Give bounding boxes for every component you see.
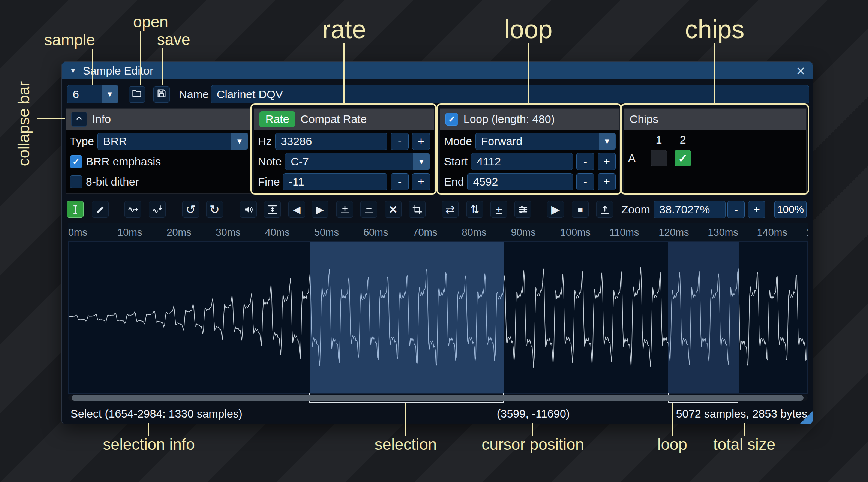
reverse-button[interactable]: ⇄: [442, 201, 459, 218]
type-value: BRR: [103, 135, 127, 148]
scrollbar-thumb[interactable]: [72, 395, 804, 401]
ruler-label: 30ms: [216, 227, 241, 238]
apply-filter-button[interactable]: [514, 201, 531, 218]
hz-minus-button[interactable]: -: [391, 133, 409, 150]
zoom-in-button[interactable]: +: [748, 201, 765, 218]
sample-name-value: Clarinet DQV: [217, 88, 283, 101]
loop-start-input[interactable]: 4112: [471, 153, 573, 170]
annotation-sample: sample: [44, 31, 95, 49]
zoom-input[interactable]: 38.7027%: [654, 201, 726, 218]
dither-checkbox[interactable]: ✓: [70, 175, 82, 188]
resample-button[interactable]: [149, 201, 166, 218]
annotation-total-size: total size: [713, 436, 775, 454]
hz-value: 33286: [281, 135, 312, 148]
save-sample-button[interactable]: [153, 86, 170, 103]
note-dropdown[interactable]: C-7 ▼: [285, 153, 430, 170]
amplify-button[interactable]: [240, 201, 257, 218]
selection-info-text: Select (1654-2984: 1330 samples): [70, 407, 243, 420]
check-icon: ✓: [678, 152, 687, 165]
loop-start-plus-button[interactable]: +: [598, 153, 616, 170]
delete-button[interactable]: ×: [385, 201, 402, 218]
normalize-button[interactable]: [264, 201, 281, 218]
annotation-loop-bottom: loop: [657, 436, 687, 454]
fine-plus-button[interactable]: +: [412, 173, 430, 190]
fade-in-button[interactable]: ◀: [288, 201, 305, 218]
annotation-open: open: [133, 13, 168, 31]
zoom-label: Zoom: [621, 203, 650, 216]
dropdown-arrow-icon: ▼: [599, 133, 615, 150]
ruler-label: 50ms: [314, 227, 339, 238]
chips-panel-header: Chips: [624, 109, 806, 130]
invert-button[interactable]: ⇅: [466, 201, 483, 218]
connector-chips: [714, 43, 715, 104]
chip-1-checkbox[interactable]: ✓: [651, 150, 667, 166]
connector-collapse-bar: [37, 118, 65, 119]
ruler-label: 90ms: [511, 227, 536, 238]
window-resize-grip[interactable]: [800, 411, 813, 424]
preview-button[interactable]: ▶: [547, 201, 564, 218]
waveform-view[interactable]: [68, 241, 808, 394]
chips-panel: Chips 1 2 A ✓ ✓: [624, 108, 807, 194]
annotation-selection-info: selection info: [103, 436, 195, 454]
hz-input[interactable]: 33286: [275, 133, 387, 150]
zoom-value: 38.7027%: [659, 203, 710, 216]
rate-panel-title: Compat Rate: [300, 113, 367, 126]
zoom-out-button[interactable]: -: [727, 201, 745, 218]
resize-button[interactable]: [124, 201, 141, 218]
draw-button[interactable]: [92, 201, 109, 218]
info-panel-header: Info: [66, 109, 252, 130]
create-wavetable-button[interactable]: [596, 201, 613, 218]
ruler-label: 10ms: [117, 227, 142, 238]
loop-mode-dropdown[interactable]: Forward ▼: [475, 133, 616, 150]
window-collapse-icon[interactable]: ▼: [69, 66, 77, 75]
loop-end-input[interactable]: 4592: [467, 173, 573, 190]
redo-button[interactable]: ↻: [206, 201, 223, 218]
loop-enable-checkbox[interactable]: ✓: [445, 113, 458, 126]
rate-mode-badge[interactable]: Rate: [259, 111, 295, 127]
loop-start-minus-button[interactable]: -: [576, 153, 594, 170]
connector-rate: [343, 43, 345, 104]
collapse-panel-button[interactable]: [71, 112, 87, 127]
info-panel-title: Info: [92, 113, 111, 126]
connector-loop-bottom: [672, 403, 673, 436]
selection-region[interactable]: [310, 242, 504, 393]
ruler-label: 40ms: [265, 227, 290, 238]
name-label: Name: [179, 88, 209, 101]
undo-button[interactable]: ↺: [182, 201, 199, 218]
loop-end-plus-button[interactable]: +: [598, 173, 616, 190]
insert-silence-button[interactable]: [336, 201, 353, 218]
annotation-selection: selection: [375, 436, 437, 454]
chip-row-label: A: [628, 152, 643, 165]
signed-unsigned-button[interactable]: ±: [490, 201, 507, 218]
edit-select-button[interactable]: [67, 201, 84, 218]
open-sample-button[interactable]: [129, 86, 145, 103]
window-title: Sample Editor: [83, 64, 153, 77]
ruler-label: 70ms: [412, 227, 437, 238]
connector-open: [140, 31, 141, 85]
note-label: Note: [258, 155, 282, 168]
brr-emphasis-checkbox[interactable]: ✓: [70, 155, 82, 168]
loop-panel: ✓ Loop (length: 480) Mode Forward ▼ Star…: [440, 108, 620, 194]
window-titlebar[interactable]: ▼ Sample Editor ×: [62, 62, 813, 79]
fade-out-button[interactable]: ▶: [312, 201, 328, 218]
loop-region[interactable]: [668, 242, 738, 393]
fine-minus-button[interactable]: -: [391, 173, 409, 190]
waveform-scrollbar[interactable]: [68, 395, 808, 401]
apply-silence-button[interactable]: [360, 201, 377, 218]
type-dropdown[interactable]: BRR ▼: [97, 133, 248, 150]
ruler-label: 110ms: [609, 227, 639, 238]
sample-slot-dropdown[interactable]: 6 ▼: [67, 85, 118, 103]
fine-input[interactable]: -11: [283, 173, 387, 190]
sample-name-input[interactable]: Clarinet DQV: [211, 85, 809, 103]
zoom-reset-button[interactable]: 100%: [774, 201, 807, 218]
hz-plus-button[interactable]: +: [412, 133, 430, 150]
close-icon[interactable]: ×: [796, 63, 805, 78]
stop-button[interactable]: ■: [572, 201, 589, 218]
loop-end-minus-button[interactable]: -: [576, 173, 594, 190]
note-value: C-7: [291, 155, 309, 168]
ruler-label: 120ms: [658, 227, 689, 238]
chips-panel-title: Chips: [630, 113, 658, 126]
chip-2-checkbox[interactable]: ✓: [675, 150, 691, 166]
trim-button[interactable]: [409, 201, 426, 218]
loop-panel-title: Loop (length: 480): [463, 113, 555, 126]
